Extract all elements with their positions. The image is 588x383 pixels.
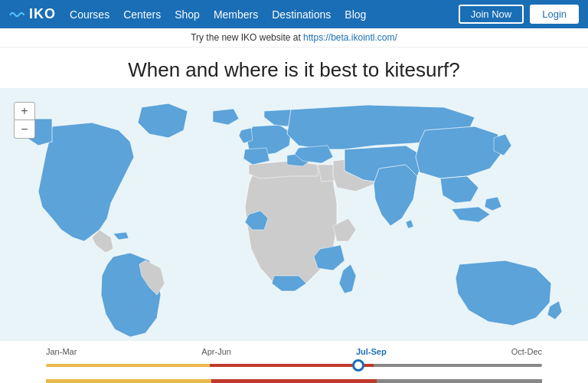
zoom-in-button[interactable]: + xyxy=(14,102,35,120)
timeline: Jan-Mar Apr-Jun Jul-Sep Oct-Dec xyxy=(0,341,588,375)
nav-link-members[interactable]: Members xyxy=(214,8,258,21)
timeline-labels: Jan-Mar Apr-Jun Jul-Sep Oct-Dec xyxy=(46,347,542,356)
nav-link-shop[interactable]: Shop xyxy=(175,8,200,21)
login-button[interactable]: Login xyxy=(530,5,579,24)
timeline-thumb[interactable] xyxy=(352,359,364,372)
nav-link-centers[interactable]: Centers xyxy=(123,8,161,21)
page-heading: When and where is it best to kitesurf? xyxy=(0,58,588,82)
nav-link-blog[interactable]: Blog xyxy=(345,8,366,21)
banner-text: Try the new IKO website at xyxy=(191,32,303,43)
zoom-controls: + − xyxy=(14,102,35,139)
nav-link-destinations[interactable]: Destinations xyxy=(272,8,331,21)
label-oct-dec: Oct-Dec xyxy=(511,347,542,356)
label-jul-sep: Jul-Sep xyxy=(356,347,387,356)
banner: Try the new IKO website at https://beta.… xyxy=(0,28,588,47)
world-map xyxy=(0,88,588,341)
banner-link[interactable]: https://beta.ikointl.com/ xyxy=(303,32,397,43)
zoom-out-button[interactable]: − xyxy=(14,120,35,139)
logo[interactable]: IKO xyxy=(9,6,56,22)
legend-bar-oct xyxy=(377,379,542,383)
map-container: + − xyxy=(0,88,588,341)
track-line xyxy=(46,364,542,367)
label-jan-mar: Jan-Mar xyxy=(46,347,77,356)
nav-links: Courses Centers Shop Members Destination… xyxy=(70,8,445,21)
join-now-button[interactable]: Join Now xyxy=(459,5,524,24)
legend-bars xyxy=(0,375,588,383)
navbar: IKO Courses Centers Shop Members Destina… xyxy=(0,0,588,28)
logo-text: IKO xyxy=(29,6,56,22)
timeline-track xyxy=(46,359,542,372)
logo-icon xyxy=(9,8,26,21)
legend-bar-jan xyxy=(46,379,211,383)
nav-right: Join Now Login xyxy=(459,5,579,24)
legend-bar-apr xyxy=(211,379,377,383)
label-apr-jun: Apr-Jun xyxy=(201,347,231,356)
nav-link-courses[interactable]: Courses xyxy=(70,8,109,21)
